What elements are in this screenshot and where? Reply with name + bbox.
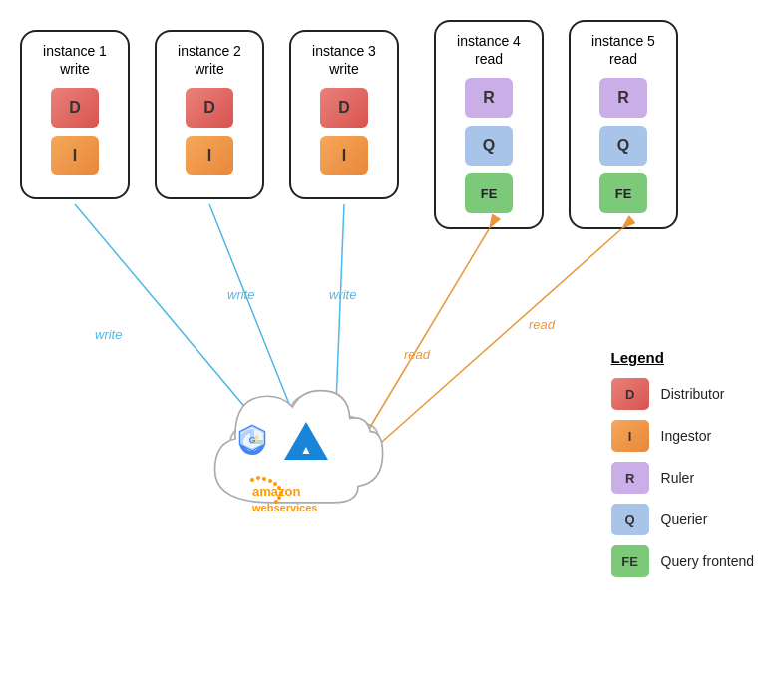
- legend-i-box: I: [611, 420, 649, 452]
- svg-point-16: [250, 478, 254, 482]
- instance-1-box: instance 1write D I: [20, 30, 130, 199]
- svg-point-23: [277, 496, 281, 500]
- svg-line-6: [374, 229, 621, 449]
- write-label-3: write: [329, 287, 356, 302]
- legend-q-label: Querier: [661, 511, 708, 527]
- svg-point-21: [277, 486, 281, 490]
- instance-4-fe-box: FE: [465, 173, 513, 213]
- svg-text:▲: ▲: [300, 443, 312, 457]
- instance-5-title: instance 5read: [591, 32, 655, 68]
- instance-2-title: instance 2write: [178, 42, 241, 78]
- svg-text:amazon: amazon: [252, 484, 300, 499]
- svg-text:webservices: webservices: [251, 502, 317, 513]
- instance-3-d-box: D: [320, 88, 368, 128]
- instance-2-i-box: I: [186, 136, 233, 175]
- legend: Legend D Distributor I Ingestor R Ruler …: [611, 349, 754, 587]
- instance-2-d-box: D: [186, 88, 233, 128]
- svg-point-19: [268, 479, 272, 483]
- instance-5-r-box: R: [599, 78, 647, 118]
- legend-item-r: R Ruler: [611, 462, 754, 494]
- legend-r-box: R: [611, 462, 649, 494]
- svg-point-20: [273, 482, 277, 486]
- legend-q-box: Q: [611, 504, 649, 535]
- svg-point-22: [279, 491, 283, 495]
- instance-4-box: instance 4read R Q FE: [434, 20, 544, 229]
- cloud-container: G ▲ amazon webservices: [195, 384, 384, 543]
- instance-3-box: instance 3write D I: [289, 30, 399, 199]
- instance-1-d-box: D: [51, 88, 99, 128]
- svg-point-17: [256, 476, 260, 480]
- legend-d-label: Distributor: [661, 386, 725, 402]
- instance-3-title: instance 3write: [312, 42, 376, 78]
- legend-item-fe: FE Query frontend: [611, 545, 754, 577]
- legend-r-label: Ruler: [661, 470, 694, 486]
- legend-item-q: Q Querier: [611, 504, 754, 535]
- legend-item-i: I Ingestor: [611, 420, 754, 452]
- legend-fe-label: Query frontend: [661, 553, 754, 569]
- svg-point-18: [262, 477, 266, 481]
- read-label-2: read: [529, 317, 556, 332]
- instance-1-title: instance 1write: [43, 42, 107, 78]
- instance-4-q-box: Q: [465, 126, 513, 166]
- legend-fe-box: FE: [611, 545, 649, 577]
- svg-text:G: G: [248, 435, 255, 445]
- instance-5-q-box: Q: [599, 126, 647, 166]
- svg-point-24: [274, 500, 278, 504]
- write-label-2: write: [227, 287, 254, 302]
- legend-item-d: D Distributor: [611, 378, 754, 410]
- legend-d-box: D: [611, 378, 649, 410]
- legend-title: Legend: [611, 349, 754, 366]
- diagram-container: instance 1write D I instance 2write D I …: [0, 0, 784, 681]
- legend-i-label: Ingestor: [661, 428, 712, 444]
- instance-1-i-box: I: [51, 136, 99, 175]
- read-label-1: read: [404, 347, 431, 362]
- instance-5-box: instance 5read R Q FE: [569, 20, 678, 229]
- instance-3-i-box: I: [320, 136, 368, 175]
- cloud-svg: G ▲ amazon webservices: [195, 384, 384, 543]
- instance-2-box: instance 2write D I: [155, 30, 264, 199]
- write-label-1: write: [95, 327, 122, 342]
- instance-5-fe-box: FE: [599, 173, 647, 213]
- instance-4-r-box: R: [465, 78, 513, 118]
- instance-4-title: instance 4read: [457, 32, 521, 68]
